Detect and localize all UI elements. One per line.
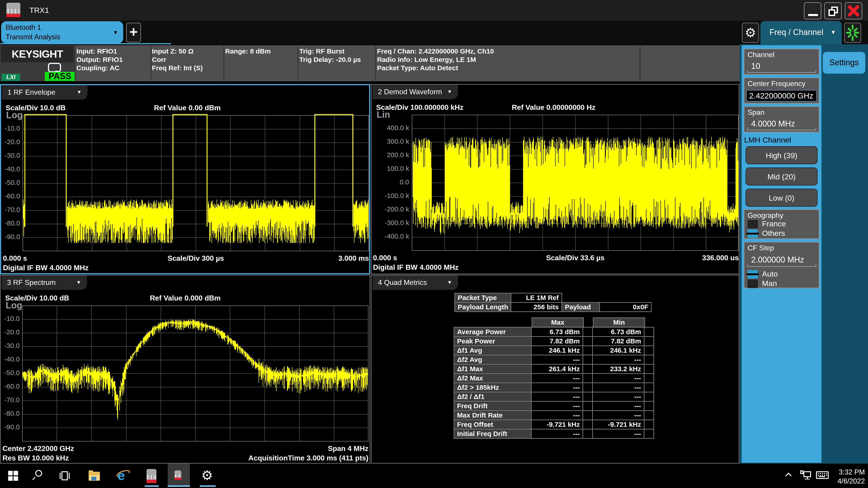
geography-france-checkbox[interactable]	[747, 220, 758, 228]
system-settings-button[interactable]: ⚙	[742, 23, 759, 43]
lmh-low-button[interactable]: Low (0)	[745, 189, 817, 207]
center-frequency-field[interactable]: Center Frequency 2.422000000 GHz	[744, 77, 819, 104]
network-icon[interactable]	[800, 470, 811, 480]
panel4-title-dropdown[interactable]: 4 Quad Metrics ▼	[373, 275, 458, 290]
impedance-settings-summary[interactable]: Input Z: 50 Ω Corr Freq Ref: Int (S)	[152, 47, 203, 72]
start-button[interactable]	[8, 471, 18, 481]
y-axis-tick: -400.0 k	[372, 232, 409, 240]
panel3-ref-value[interactable]: Ref Value 0.000 dBm	[150, 294, 221, 302]
y-axis-tick: -20.0	[1, 328, 20, 336]
rf-envelope-plot[interactable]	[23, 113, 369, 253]
geography-france-label[interactable]: France	[762, 219, 786, 228]
y-axis-tick: -40.0	[1, 165, 20, 173]
metric-min: 7.82 dBm	[593, 337, 644, 346]
metric-label: Initial Freq Drift	[454, 429, 531, 438]
lmh-high-button[interactable]: High (39)	[745, 146, 817, 164]
panel1-ref-value[interactable]: Ref Value 0.00 dBm	[154, 104, 221, 112]
minimize-button[interactable]	[804, 2, 822, 20]
panel1-axis-type: Log	[6, 110, 23, 120]
range-settings-summary[interactable]: Range: 8 dBm	[225, 47, 271, 55]
rf-spectrum-plot[interactable]	[22, 304, 368, 443]
internet-explorer-icon[interactable]: e	[118, 470, 129, 482]
chevron-down-icon[interactable]: ▼	[113, 29, 118, 36]
payload-label: Payload	[561, 302, 600, 312]
payload-length-value: 256 bits	[510, 302, 562, 312]
chevron-down-icon: ▼	[447, 275, 452, 289]
metric-spacer	[583, 355, 592, 364]
cf-step-field[interactable]: CF Step 2.000000 MHz Auto Man	[744, 242, 819, 288]
geography-others-label[interactable]: Others	[762, 229, 785, 238]
panel2-x-stop: 336.000 us	[412, 254, 739, 262]
cf-step-auto-label[interactable]: Auto	[762, 269, 778, 278]
input-settings-summary[interactable]: Input: RFIO1 Output: RFIO1 Coupling: AC	[76, 47, 123, 72]
sidebar-menu-dropdown[interactable]: Freq / Channel ▼	[761, 21, 842, 44]
panel1-title-dropdown[interactable]: 1 RF Envelope ▼	[2, 85, 88, 100]
panel3-title-dropdown[interactable]: 3 RF Spectrum ▼	[2, 275, 87, 290]
file-explorer-icon[interactable]	[89, 472, 100, 481]
restore-button[interactable]	[824, 2, 842, 20]
trigger-settings-summary[interactable]: Trig: RF Burst Trig Delay: -20.0 µs	[299, 47, 361, 64]
metric-min: ---	[593, 392, 644, 401]
y-axis-tick: -50.0	[1, 179, 20, 186]
payload-value: 0x0F	[599, 302, 652, 312]
metric-spacer	[583, 420, 592, 429]
tab-underline	[0, 43, 171, 44]
panel-demod-waveform[interactable]: 2 Demod Waveform ▼ Scale/Div 100.000000 …	[371, 84, 739, 274]
cf-step-man-toggle[interactable]	[747, 280, 758, 288]
cf-step-value: 2.000000 MHz	[751, 255, 804, 265]
metric-spacer	[645, 337, 653, 346]
metric-spacer	[583, 328, 592, 336]
panel3-span: Span 4 MHz	[22, 445, 368, 453]
freq-channel-summary[interactable]: Freq / Chan: 2.422000000 GHz, Ch10 Radio…	[377, 47, 494, 72]
span-value: 4.0000 MHz	[751, 119, 795, 129]
cf-step-auto-toggle[interactable]	[747, 270, 758, 279]
metric-spacer	[583, 402, 592, 410]
keyboard-icon[interactable]	[816, 471, 829, 479]
panel2-title-dropdown[interactable]: 2 Demod Waveform ▼	[373, 85, 458, 99]
tab-bluetooth-transmit-analysis[interactable]: Bluetooth 1 Transmit Analysis ▼	[1, 21, 123, 43]
y-axis-tick: -40.0	[1, 355, 20, 363]
gear-icon: ⚙	[745, 25, 756, 40]
taskbar-app1-icon[interactable]	[147, 469, 156, 483]
panel3-acq-time: AcquisitionTime 3.000 ms (411 pts)	[22, 454, 368, 462]
metrics-col-min: Min	[593, 318, 645, 327]
chevron-down-icon: ▼	[831, 21, 836, 43]
metric-min: ---	[593, 383, 644, 392]
cf-step-man-label[interactable]: Man	[762, 279, 777, 288]
settings-app-icon[interactable]: ⚙	[201, 468, 213, 483]
panel2-ref-value[interactable]: Ref Value 0.00000000 Hz	[512, 103, 595, 111]
taskbar-app2-active[interactable]	[168, 464, 190, 487]
app-window: TRX1 Bluetooth 1 Transmit Analysis ▼ + K…	[0, 0, 868, 488]
app-logo-icon	[6, 3, 20, 17]
add-measurement-button[interactable]: +	[126, 23, 141, 42]
y-axis-tick: 400.0 k	[372, 124, 409, 132]
tray-expand-chevron-icon[interactable]	[785, 473, 792, 479]
geography-group: Geography France Others	[744, 209, 819, 239]
search-icon[interactable]	[35, 470, 42, 477]
demod-waveform-plot[interactable]	[412, 113, 739, 252]
channel-field[interactable]: Channel 10	[744, 48, 819, 75]
refresh-button[interactable]	[844, 23, 861, 43]
metric-label: Δf2 > 185kHz	[454, 383, 531, 392]
metric-spacer	[645, 411, 653, 420]
panel-rf-envelope[interactable]: 1 RF Envelope ▼ Scale/Div 10.0 dB Ref Va…	[0, 84, 370, 274]
center-frequency-input[interactable]: 2.422000000 GHz	[746, 90, 817, 102]
geography-others-checkbox[interactable]	[747, 229, 758, 238]
panel-quad-metrics[interactable]: 4 Quad Metrics ▼ Packet Type LE 1M Ref P…	[371, 275, 739, 464]
y-axis-tick: -200.0 k	[372, 205, 409, 213]
y-axis-tick: -10.0	[1, 125, 20, 132]
metric-label: Δf1 Avg	[454, 346, 531, 355]
metric-spacer	[645, 365, 653, 373]
span-field[interactable]: Span 4.0000 MHz	[744, 106, 819, 132]
panel-rf-spectrum[interactable]: 3 RF Spectrum ▼ Scale/Div 10.00 dB Ref V…	[0, 275, 370, 464]
task-view-icon[interactable]	[60, 471, 70, 480]
tab-label-line1: Bluetooth 1	[6, 24, 41, 32]
lmh-mid-button[interactable]: Mid (20)	[745, 167, 817, 186]
metric-spacer	[583, 365, 592, 373]
tab-settings[interactable]: Settings	[823, 52, 865, 74]
sync-burst-icon	[845, 23, 861, 42]
close-button[interactable]	[845, 2, 862, 20]
message-bubble-icon[interactable]	[48, 63, 61, 72]
channel-value: 10	[751, 61, 760, 71]
clock[interactable]: 3:32 PM 4/6/2022	[837, 468, 865, 486]
